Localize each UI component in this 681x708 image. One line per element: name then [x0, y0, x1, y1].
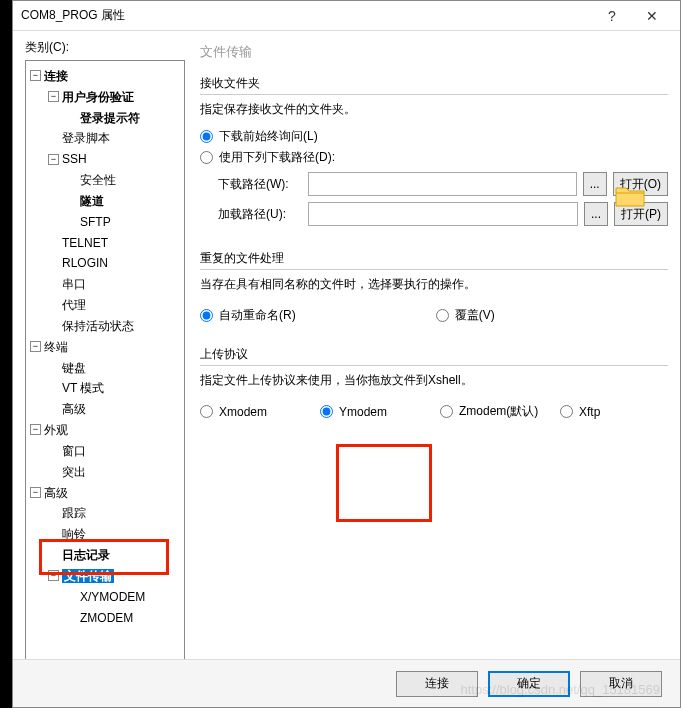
download-path-input[interactable] — [308, 172, 577, 196]
divider — [200, 94, 668, 95]
tree-tunnel[interactable]: 隧道 — [80, 194, 104, 208]
tree-keepalive[interactable]: 保持活动状态 — [62, 319, 134, 333]
ok-button[interactable]: 确定 — [488, 671, 570, 697]
upload-path-input[interactable] — [308, 202, 578, 226]
divider — [200, 269, 668, 270]
tree-xymodem[interactable]: X/YMODEM — [80, 590, 145, 604]
tree-serial[interactable]: 串口 — [62, 277, 86, 291]
radio-use-path-label: 使用下列下载路径(D): — [219, 149, 335, 166]
folder-icon — [614, 184, 646, 208]
radio-auto-rename-label: 自动重命名(R) — [219, 307, 296, 324]
tree-file-transfer[interactable]: 文件传输 — [62, 569, 114, 583]
upload-proto-desc: 指定文件上传协议来使用，当你拖放文件到Xshell。 — [200, 372, 668, 389]
panel-title: 文件传输 — [200, 39, 668, 71]
tree-ssh[interactable]: SSH — [62, 152, 87, 166]
tree-appearance[interactable]: 外观 — [44, 423, 68, 437]
radio-xftp-label: Xftp — [579, 405, 600, 419]
tree-telnet[interactable]: TELNET — [62, 235, 108, 249]
radio-ymodem[interactable] — [320, 405, 333, 418]
cancel-button[interactable]: 取消 — [580, 671, 662, 697]
tree-keyboard[interactable]: 键盘 — [62, 360, 86, 374]
expand-icon[interactable]: − — [48, 91, 59, 102]
titlebar: COM8_PROG 属性 ? ✕ — [13, 1, 680, 31]
dup-desc: 当存在具有相同名称的文件时，选择要执行的操作。 — [200, 276, 668, 293]
radio-ymodem-label: Ymodem — [339, 405, 387, 419]
tree-sftp[interactable]: SFTP — [80, 215, 111, 229]
tree-advanced[interactable]: 高级 — [44, 485, 68, 499]
tree-zmodem[interactable]: ZMODEM — [80, 610, 133, 624]
browse-download-button[interactable]: ... — [583, 172, 607, 196]
tree-log[interactable]: 日志记录 — [62, 548, 110, 562]
tree-highlight[interactable]: 突出 — [62, 465, 86, 479]
expand-icon[interactable]: − — [48, 570, 59, 581]
radio-ask-before-label: 下载前始终询问(L) — [219, 128, 318, 145]
tree-window[interactable]: 窗口 — [62, 444, 86, 458]
radio-overwrite-label: 覆盖(V) — [455, 307, 495, 324]
expand-icon[interactable]: − — [30, 487, 41, 498]
radio-use-path[interactable] — [200, 151, 213, 164]
tree-login-script[interactable]: 登录脚本 — [62, 131, 110, 145]
tree-vtmode[interactable]: VT 模式 — [62, 381, 104, 395]
tree-proxy[interactable]: 代理 — [62, 298, 86, 312]
radio-xftp[interactable] — [560, 405, 573, 418]
expand-icon[interactable]: − — [30, 341, 41, 352]
recv-folder-label: 接收文件夹 — [200, 71, 668, 92]
radio-xmodem-label: Xmodem — [219, 405, 267, 419]
recv-folder-desc: 指定保存接收文件的文件夹。 — [200, 101, 668, 118]
connect-button[interactable]: 连接 — [396, 671, 478, 697]
radio-overwrite[interactable] — [436, 309, 449, 322]
radio-ask-before[interactable] — [200, 130, 213, 143]
properties-dialog: COM8_PROG 属性 ? ✕ 类别(C): −连接 −用户身份验证 登录提示… — [12, 0, 681, 708]
divider — [200, 365, 668, 366]
help-button[interactable]: ? — [592, 2, 632, 30]
expand-icon[interactable]: − — [48, 154, 59, 165]
tree-bell[interactable]: 响铃 — [62, 527, 86, 541]
download-path-label: 下载路径(W): — [218, 176, 308, 193]
tree-trace[interactable]: 跟踪 — [62, 506, 86, 520]
tree-terminal[interactable]: 终端 — [44, 340, 68, 354]
expand-icon[interactable]: − — [30, 70, 41, 81]
radio-auto-rename[interactable] — [200, 309, 213, 322]
radio-zmodem-label: Zmodem(默认) — [459, 403, 538, 420]
radio-xmodem[interactable] — [200, 405, 213, 418]
tree-advanced-term[interactable]: 高级 — [62, 402, 86, 416]
dialog-footer: 连接 确定 取消 — [13, 659, 680, 707]
dup-label: 重复的文件处理 — [200, 246, 668, 267]
window-title: COM8_PROG 属性 — [21, 7, 592, 24]
tree-login-prompt[interactable]: 登录提示符 — [80, 110, 140, 124]
tree-rlogin[interactable]: RLOGIN — [62, 256, 108, 270]
expand-icon[interactable]: − — [30, 424, 41, 435]
upload-proto-label: 上传协议 — [200, 342, 668, 363]
tree-security[interactable]: 安全性 — [80, 173, 116, 187]
upload-path-label: 加载路径(U): — [218, 206, 308, 223]
category-tree[interactable]: −连接 −用户身份验证 登录提示符 登录脚本 −SSH 安全性 隧道 — [25, 60, 185, 660]
browse-upload-button[interactable]: ... — [584, 202, 608, 226]
close-button[interactable]: ✕ — [632, 2, 672, 30]
tree-auth[interactable]: 用户身份验证 — [62, 90, 134, 104]
category-label: 类别(C): — [25, 39, 190, 56]
radio-zmodem[interactable] — [440, 405, 453, 418]
tree-connect[interactable]: 连接 — [44, 69, 68, 83]
